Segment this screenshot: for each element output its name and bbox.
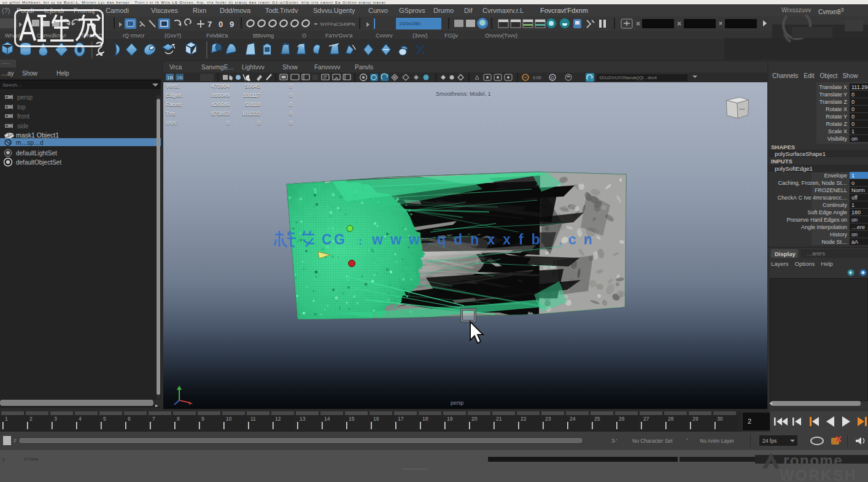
svg-text:0: 0 [219, 20, 223, 29]
svg-text:21: 21 [496, 416, 502, 422]
svg-text:：: ： [355, 236, 365, 246]
svg-text:qdnxxfb: qdnxxfb [437, 231, 548, 247]
svg-text:SDUZ/rrUXXNаvvвQQl…dvv4: SDUZ/rrUXXNаvvвQQl…dvv4 [599, 76, 657, 80]
svg-text:www: www [371, 231, 427, 247]
svg-text:9: 9 [201, 416, 204, 422]
svg-text:18: 18 [422, 416, 428, 422]
svg-text:mask1 Object1: mask1 Object1 [16, 131, 59, 139]
svg-text:．: ． [556, 236, 565, 246]
svg-text:2: 2 [29, 416, 33, 422]
svg-text:20: 20 [471, 416, 478, 422]
svg-text:side: side [17, 123, 29, 130]
svg-text:30: 30 [717, 416, 723, 422]
svg-text:5: 5 [103, 416, 106, 422]
svg-text:1B: 1B [167, 75, 173, 80]
svg-text:14: 14 [324, 416, 330, 422]
svg-text:12: 12 [275, 416, 281, 422]
svg-text:front: front [740, 107, 746, 111]
svg-text:6: 6 [128, 416, 131, 422]
svg-text:19: 19 [447, 416, 453, 422]
svg-text:25: 25 [594, 416, 600, 422]
svg-text:11: 11 [250, 416, 256, 422]
svg-text:29: 29 [692, 416, 699, 422]
svg-text:NYFFaCS49PN: NYFFaCS49PN [320, 21, 355, 27]
svg-text:0.00: 0.00 [533, 76, 541, 80]
svg-text:13: 13 [300, 416, 306, 422]
svg-text:m…sp…d: m…sp…d [16, 139, 43, 146]
svg-text:17: 17 [398, 416, 404, 422]
svg-text:1: 1 [5, 416, 8, 422]
svg-text:2B: 2B [177, 75, 183, 80]
svg-text:top: top [17, 104, 26, 111]
svg-text:24: 24 [570, 416, 576, 422]
svg-text:defaultObjectSet: defaultObjectSet [16, 159, 61, 166]
svg-text:front: front [17, 113, 29, 120]
svg-text:23: 23 [545, 416, 551, 422]
svg-text:defaultLightSet: defaultLightSet [16, 150, 57, 157]
svg-text:22: 22 [521, 416, 527, 422]
svg-text:1920x1080: 1920x1080 [399, 21, 420, 26]
svg-text:7: 7 [207, 20, 212, 29]
svg-text:7: 7 [152, 416, 155, 422]
svg-text:3: 3 [54, 416, 57, 422]
svg-text:27: 27 [643, 416, 649, 422]
svg-text:．: ． [425, 236, 433, 246]
svg-text:WORKSH: WORKSH [780, 467, 857, 482]
svg-text:C: C [322, 231, 332, 247]
svg-text:persp: persp [17, 94, 33, 101]
svg-text:ronome: ronome [783, 452, 843, 468]
svg-text:8: 8 [177, 416, 180, 422]
svg-text:cn: cn [568, 231, 600, 247]
svg-text:G: G [334, 231, 345, 247]
svg-text:26: 26 [619, 416, 625, 422]
svg-text:28: 28 [668, 416, 674, 422]
svg-text:10: 10 [226, 416, 232, 422]
svg-text:15: 15 [349, 416, 355, 422]
svg-text:Ω: Ω [551, 76, 554, 80]
svg-text:9: 9 [230, 20, 234, 29]
svg-text:16: 16 [373, 416, 379, 422]
svg-text:4: 4 [79, 416, 82, 422]
